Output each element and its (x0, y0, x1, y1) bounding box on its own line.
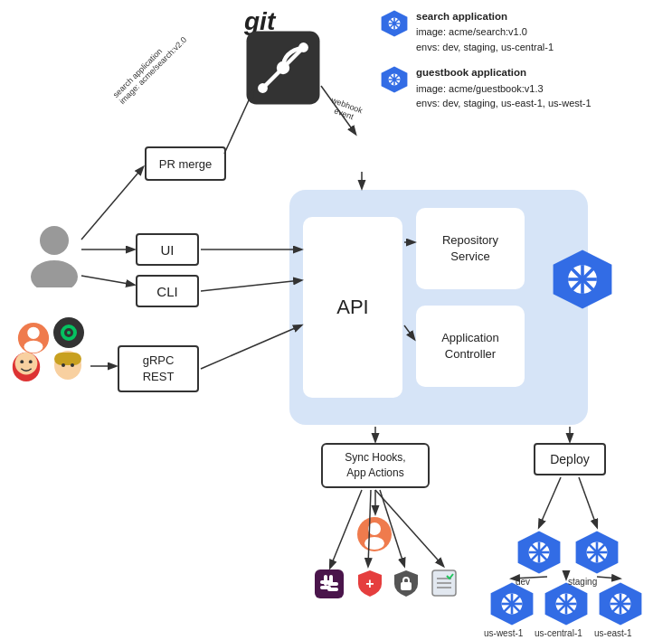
api-box: API (303, 217, 402, 398)
svg-point-8 (40, 226, 69, 255)
slack-icon (315, 569, 344, 602)
k8s-us-west-label: us-west-1 (484, 628, 523, 638)
svg-line-82 (201, 325, 301, 369)
pr-merge-box: PR merge (145, 146, 226, 181)
lock-shield-icon (391, 568, 421, 602)
repository-service-box: RepositoryService (416, 208, 525, 289)
svg-point-9 (31, 260, 78, 287)
app-info-panel: search application image: acme/search:v1… (380, 9, 592, 122)
k8s-staging-icon (573, 529, 620, 576)
k8s-us-east-label: us-east-1 (594, 628, 632, 638)
k8s-staging-label: staging (568, 577, 597, 587)
deploy-box: Deploy (534, 443, 606, 475)
jenkins-icon (9, 348, 43, 382)
diagram: git search application image: acme/searc… (0, 0, 672, 640)
shield-red-cross-icon: + (355, 568, 385, 602)
sync-hooks-box: Sync Hooks,App Actions (321, 443, 430, 488)
k8s-dev-icon (516, 529, 563, 576)
svg-line-80 (201, 280, 301, 291)
svg-point-18 (20, 360, 24, 363)
k8s-us-east-icon (597, 580, 644, 627)
svg-point-31 (368, 522, 381, 535)
search-app-text: search application image: acme/search:v1… (416, 9, 554, 54)
svg-line-95 (539, 477, 561, 527)
ui-box: UI (136, 233, 199, 266)
svg-point-22 (62, 363, 65, 367)
svg-point-19 (29, 360, 33, 363)
k8s-us-central-icon (543, 580, 590, 627)
svg-line-78 (81, 276, 134, 285)
svg-point-32 (364, 537, 384, 550)
svg-point-11 (27, 327, 39, 339)
svg-rect-39 (327, 588, 338, 591)
svg-point-23 (71, 363, 74, 367)
app-controller-box: ApplicationController (416, 306, 525, 387)
guestbook-app-text: guestbook application image: acme/guestb… (416, 65, 592, 110)
svg-line-99 (597, 577, 620, 579)
git-icon (242, 27, 324, 108)
kubernetes-main-icon (550, 247, 615, 312)
svg-line-84 (81, 167, 143, 240)
svg-point-15 (67, 331, 71, 334)
k8s-us-west-icon (488, 580, 535, 627)
search-app-k8s-icon (380, 9, 409, 38)
bottom-argocd-icon (355, 515, 393, 553)
checklist-icon (429, 568, 459, 602)
grpc-rest-box: gRPCREST (118, 345, 199, 392)
webhook-event-label: webhookevent (327, 96, 364, 124)
guestbook-app-info: guestbook application image: acme/guestb… (380, 65, 592, 110)
circleci-icon (52, 316, 85, 349)
k8s-dev-label: dev (516, 577, 530, 587)
user-icon (27, 224, 81, 287)
svg-text:+: + (365, 576, 374, 591)
guestbook-app-k8s-icon (380, 65, 409, 94)
svg-line-96 (579, 477, 597, 527)
svg-rect-21 (54, 353, 81, 365)
search-app-info: search application image: acme/search:v1… (380, 9, 592, 54)
cli-box: CLI (136, 275, 199, 307)
git-arrow-label: search applicationimage: acme/search:v2.… (111, 29, 188, 106)
svg-rect-38 (327, 582, 338, 586)
helmet-user-icon (50, 345, 86, 381)
k8s-us-central-label: us-central-1 (535, 628, 582, 638)
